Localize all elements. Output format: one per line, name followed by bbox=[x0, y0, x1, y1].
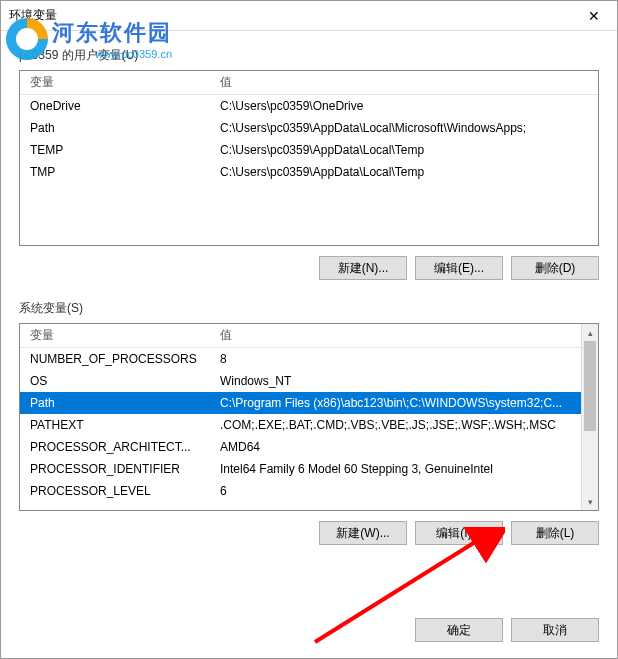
table-row[interactable]: TEMPC:\Users\pc0359\AppData\Local\Temp bbox=[20, 139, 598, 161]
sys-buttons-row: 新建(W)... 编辑(I)... 删除(L) bbox=[19, 521, 599, 545]
table-row[interactable]: PROCESSOR_IDENTIFIERIntel64 Family 6 Mod… bbox=[20, 458, 581, 480]
sys-scrollbar[interactable]: ▴ ▾ bbox=[581, 324, 598, 510]
sys-list-headers: 变量 值 bbox=[20, 324, 581, 348]
ok-button[interactable]: 确定 bbox=[415, 618, 503, 642]
cell-value: 8 bbox=[210, 352, 581, 366]
system-variables-section: 系统变量(S) 变量 值 NUMBER_OF_PROCESSORS8OSWind… bbox=[19, 300, 599, 545]
dialog-content: pc0359 的用户变量(U) 变量 值 OneDriveC:\Users\pc… bbox=[1, 31, 617, 606]
close-button[interactable]: ✕ bbox=[579, 1, 609, 31]
cell-variable: TMP bbox=[20, 165, 210, 179]
cell-value: 6 bbox=[210, 484, 581, 498]
user-header-variable[interactable]: 变量 bbox=[20, 71, 210, 95]
user-variables-listbox[interactable]: 变量 值 OneDriveC:\Users\pc0359\OneDrivePat… bbox=[19, 70, 599, 246]
user-delete-button[interactable]: 删除(D) bbox=[511, 256, 599, 280]
cell-value: C:\Program Files (x86)\abc123\bin\;C:\WI… bbox=[210, 396, 581, 410]
cell-variable: Path bbox=[20, 121, 210, 135]
table-row[interactable]: OSWindows_NT bbox=[20, 370, 581, 392]
cell-value: Intel64 Family 6 Model 60 Stepping 3, Ge… bbox=[210, 462, 581, 476]
cell-variable: PROCESSOR_IDENTIFIER bbox=[20, 462, 210, 476]
scroll-down-icon[interactable]: ▾ bbox=[582, 493, 598, 510]
cell-variable: PROCESSOR_LEVEL bbox=[20, 484, 210, 498]
cell-variable: OneDrive bbox=[20, 99, 210, 113]
sys-edit-button[interactable]: 编辑(I)... bbox=[415, 521, 503, 545]
cell-variable: TEMP bbox=[20, 143, 210, 157]
user-section-label: pc0359 的用户变量(U) bbox=[19, 47, 599, 64]
cell-value: C:\Users\pc0359\AppData\Local\Temp bbox=[210, 165, 598, 179]
titlebar: 环境变量 ✕ bbox=[1, 1, 617, 31]
table-row[interactable]: PATHEXT.COM;.EXE;.BAT;.CMD;.VBS;.VBE;.JS… bbox=[20, 414, 581, 436]
scroll-thumb[interactable] bbox=[584, 341, 596, 431]
user-new-button[interactable]: 新建(N)... bbox=[319, 256, 407, 280]
system-variables-listbox[interactable]: 变量 值 NUMBER_OF_PROCESSORS8OSWindows_NTPa… bbox=[19, 323, 599, 511]
cell-variable: NUMBER_OF_PROCESSORS bbox=[20, 352, 210, 366]
cancel-button[interactable]: 取消 bbox=[511, 618, 599, 642]
dialog-footer: 确定 取消 bbox=[1, 606, 617, 658]
user-edit-button[interactable]: 编辑(E)... bbox=[415, 256, 503, 280]
user-buttons-row: 新建(N)... 编辑(E)... 删除(D) bbox=[19, 256, 599, 280]
table-row[interactable]: PROCESSOR_LEVEL6 bbox=[20, 480, 581, 502]
cell-value: AMD64 bbox=[210, 440, 581, 454]
cell-variable: OS bbox=[20, 374, 210, 388]
table-row[interactable]: PROCESSOR_ARCHITECT...AMD64 bbox=[20, 436, 581, 458]
cell-value: .COM;.EXE;.BAT;.CMD;.VBS;.VBE;.JS;.JSE;.… bbox=[210, 418, 581, 432]
user-variables-section: pc0359 的用户变量(U) 变量 值 OneDriveC:\Users\pc… bbox=[19, 47, 599, 280]
cell-value: C:\Users\pc0359\AppData\Local\Temp bbox=[210, 143, 598, 157]
table-row[interactable]: NUMBER_OF_PROCESSORS8 bbox=[20, 348, 581, 370]
sys-new-button[interactable]: 新建(W)... bbox=[319, 521, 407, 545]
scroll-up-icon[interactable]: ▴ bbox=[582, 324, 598, 341]
sys-section-label: 系统变量(S) bbox=[19, 300, 599, 317]
table-row[interactable]: PathC:\Program Files (x86)\abc123\bin\;C… bbox=[20, 392, 581, 414]
cell-variable: Path bbox=[20, 396, 210, 410]
sys-header-value[interactable]: 值 bbox=[210, 324, 581, 348]
table-row[interactable]: TMPC:\Users\pc0359\AppData\Local\Temp bbox=[20, 161, 598, 183]
cell-value: Windows_NT bbox=[210, 374, 581, 388]
window-title: 环境变量 bbox=[9, 7, 579, 24]
table-row[interactable]: PathC:\Users\pc0359\AppData\Local\Micros… bbox=[20, 117, 598, 139]
sys-header-variable[interactable]: 变量 bbox=[20, 324, 210, 348]
cell-value: C:\Users\pc0359\AppData\Local\Microsoft\… bbox=[210, 121, 598, 135]
table-row[interactable]: OneDriveC:\Users\pc0359\OneDrive bbox=[20, 95, 598, 117]
user-header-value[interactable]: 值 bbox=[210, 71, 598, 95]
user-list-headers: 变量 值 bbox=[20, 71, 598, 95]
cell-variable: PROCESSOR_ARCHITECT... bbox=[20, 440, 210, 454]
cell-value: C:\Users\pc0359\OneDrive bbox=[210, 99, 598, 113]
cell-variable: PATHEXT bbox=[20, 418, 210, 432]
env-vars-dialog: 环境变量 ✕ 河东软件园 www.pc0359.cn pc0359 的用户变量(… bbox=[0, 0, 618, 659]
sys-delete-button[interactable]: 删除(L) bbox=[511, 521, 599, 545]
